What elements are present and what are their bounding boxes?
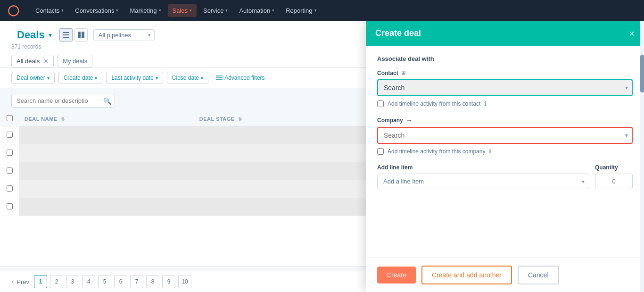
advanced-filters-button[interactable]: Advanced filters (216, 75, 264, 81)
row-checkbox[interactable] (7, 185, 13, 192)
create-button[interactable]: Create (377, 267, 416, 284)
chevron-down-icon: ▾ (95, 75, 97, 81)
view-toggle (59, 28, 88, 42)
search-input[interactable] (11, 94, 115, 108)
nav-automation[interactable]: Automation ▾ (234, 4, 279, 17)
row-checkbox[interactable] (7, 203, 13, 209)
modal-title: Create deal (375, 28, 421, 38)
close-date-filter[interactable]: Close date ▾ (167, 72, 208, 84)
search-wrap: 🔍 (11, 94, 115, 108)
page-button-1[interactable]: 1 (34, 275, 47, 288)
modal-body: Associate deal with Contact ⊞ Search ▾ A… (366, 46, 644, 258)
search-icon[interactable]: 🔍 (103, 97, 111, 105)
deal-name-col: DEAL NAME ⇅ (19, 111, 194, 126)
page-button-3[interactable]: 3 (66, 275, 79, 288)
create-deal-modal: Create deal × Associate deal with Contac… (366, 21, 644, 292)
company-arrow-icon: → (406, 117, 413, 124)
associate-section-title: Associate deal with (377, 55, 633, 62)
line-item-label: Add line item (377, 164, 589, 171)
contact-field-label: Contact ⊞ (377, 70, 633, 76)
deal-owner-filter[interactable]: Deal owner ▾ (11, 72, 55, 84)
nav-service[interactable]: Service ▾ (198, 4, 232, 17)
create-date-filter[interactable]: Create date ▾ (58, 72, 103, 84)
my-deals-tab[interactable]: My deals (58, 55, 92, 67)
page-button-10[interactable]: 10 (178, 275, 191, 288)
modal-footer: Create Create and add another Cancel (366, 258, 644, 292)
all-deals-label: All deals (17, 58, 40, 65)
page-button-2[interactable]: 2 (50, 275, 63, 288)
chevron-down-icon: ▾ (225, 8, 228, 13)
row-checkbox[interactable] (7, 132, 13, 138)
list-view-button[interactable] (59, 28, 73, 42)
page-button-6[interactable]: 6 (114, 275, 127, 288)
svg-rect-4 (82, 32, 84, 38)
main-layout: Deals ▾ All pipelines ▾ 371 r (0, 21, 644, 292)
page-button-9[interactable]: 9 (162, 275, 175, 288)
chevron-down-icon: ▾ (201, 75, 203, 81)
deal-stage-col: DEAL STAGE ⇅ (194, 111, 377, 126)
modal-scrollbar-thumb[interactable] (640, 55, 644, 92)
chevron-down-icon: ▾ (272, 8, 274, 13)
line-item-row: Add line item Add a line item ▾ Quantity (377, 164, 633, 189)
prev-page-button[interactable]: ‹ (11, 277, 14, 286)
prev-label: Prev (17, 278, 29, 285)
company-search-input[interactable] (377, 127, 633, 144)
chevron-down-icon: ▾ (159, 8, 161, 13)
row-checkbox[interactable] (7, 150, 13, 156)
company-timeline-info-icon[interactable]: ℹ (489, 148, 491, 155)
all-deals-close-icon[interactable]: ✕ (43, 58, 49, 65)
top-navigation: ◯ Contacts ▾ Conversations ▾ Marketing ▾… (0, 0, 644, 21)
row-checkbox[interactable] (7, 167, 13, 174)
contact-search-wrap: Search ▾ (377, 79, 633, 96)
page-button-5[interactable]: 5 (98, 275, 111, 288)
contact-timeline-info-icon[interactable]: ℹ (484, 100, 487, 107)
nav-reporting[interactable]: Reporting ▾ (281, 4, 321, 17)
cancel-button[interactable]: Cancel (518, 266, 559, 284)
nav-items: Contacts ▾ Conversations ▾ Marketing ▾ S… (31, 4, 322, 17)
svg-rect-0 (63, 32, 69, 33)
modal-close-button[interactable]: × (629, 29, 635, 38)
quantity-label: Quantity (595, 164, 633, 171)
hubspot-logo: ◯ (8, 4, 19, 17)
select-all-checkbox-col (0, 111, 19, 126)
last-activity-date-filter[interactable]: Last activity date ▾ (106, 72, 163, 84)
company-timeline-row: Add timeline activity from this company … (377, 148, 633, 155)
nav-sales[interactable]: Sales ▾ (168, 4, 197, 17)
quantity-wrap: Quantity (595, 164, 633, 189)
contact-timeline-label: Add timeline activity from this contact (388, 100, 480, 107)
create-and-add-another-button[interactable]: Create and add another (421, 266, 512, 284)
quantity-input[interactable] (595, 174, 633, 189)
chevron-down-icon: ▾ (625, 132, 628, 139)
deals-dropdown-icon[interactable]: ▾ (49, 31, 52, 39)
page-button-8[interactable]: 8 (146, 275, 159, 288)
page-button-7[interactable]: 7 (130, 275, 143, 288)
line-item-select-wrap: Add a line item ▾ (377, 174, 589, 189)
chevron-down-icon: ▾ (582, 178, 585, 185)
company-timeline-checkbox[interactable] (377, 148, 384, 155)
sort-icon[interactable]: ⇅ (238, 117, 242, 122)
sort-icon[interactable]: ⇅ (61, 117, 65, 122)
contact-timeline-row: Add timeline activity from this contact … (377, 100, 633, 107)
chevron-down-icon: ▾ (314, 8, 317, 13)
chevron-down-icon: ▾ (116, 8, 118, 13)
modal-scrollbar-track[interactable] (640, 21, 644, 292)
contact-create-icon[interactable]: ⊞ (401, 70, 405, 76)
line-item-select[interactable]: Add a line item (377, 174, 589, 189)
board-view-button[interactable] (74, 28, 88, 42)
company-timeline-label: Add timeline activity from this company (388, 148, 485, 155)
chevron-down-icon: ▾ (47, 75, 50, 81)
chevron-down-icon: ▾ (156, 75, 158, 81)
svg-rect-1 (63, 34, 69, 35)
contact-search-dropdown[interactable]: Search (377, 79, 633, 96)
line-item-label-col: Add line item Add a line item ▾ (377, 164, 589, 189)
contact-timeline-checkbox[interactable] (377, 100, 384, 107)
select-all-checkbox[interactable] (7, 115, 13, 121)
page-title: Deals (17, 29, 45, 41)
nav-marketing[interactable]: Marketing ▾ (125, 4, 165, 17)
modal-header: Create deal × (366, 21, 644, 46)
nav-contacts[interactable]: Contacts ▾ (31, 4, 68, 17)
page-button-4[interactable]: 4 (82, 275, 95, 288)
pipeline-select[interactable]: All pipelines (93, 29, 155, 41)
chevron-down-icon: ▾ (61, 8, 64, 13)
nav-conversations[interactable]: Conversations ▾ (70, 4, 123, 17)
